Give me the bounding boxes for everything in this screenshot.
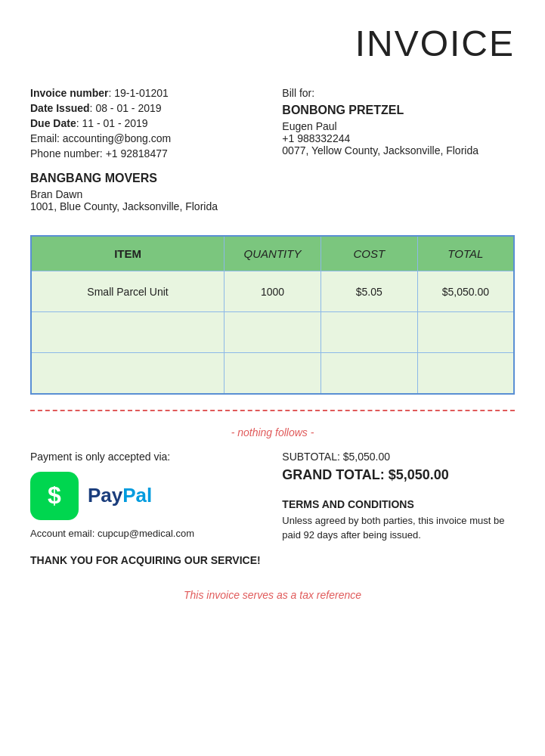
row3-quantity — [225, 353, 321, 394]
subtotal-line: SUBTOTAL: $5,050.00 — [282, 451, 515, 463]
buyer-phone: +1 988332244 — [282, 132, 515, 144]
row2-quantity — [225, 312, 321, 353]
grand-total-value: $5,050.00 — [389, 467, 449, 482]
invoice-number-value: 19-1-01201 — [114, 87, 169, 99]
header-section: Invoice number: 19-1-01201 Date Issued: … — [30, 87, 515, 212]
account-email-label: Account email: — [30, 528, 94, 539]
date-issued-value: 08 - 01 - 2019 — [95, 102, 161, 114]
subtotal-value: $5,050.00 — [343, 451, 390, 463]
payment-section: Payment is only accepted via: $ PayPal A… — [30, 451, 263, 566]
grand-total-label: GRAND TOTAL: — [282, 467, 384, 482]
row1-quantity: 1000 — [225, 271, 321, 312]
paypal-pal-text: Pal — [122, 484, 152, 507]
col-cost-header: COST — [320, 236, 417, 271]
totals-section: SUBTOTAL: $5,050.00 GRAND TOTAL: $5,050.… — [282, 451, 515, 543]
due-date-value: 11 - 01 - 2019 — [82, 117, 147, 129]
invoice-number-label: Invoice number — [30, 87, 108, 99]
email-value: accounting@bong.com — [63, 132, 171, 144]
seller-address: 1001, Blue County, Jacksonville, Florida — [30, 200, 263, 212]
row2-cost — [320, 312, 417, 353]
account-email-line: Account email: cupcup@medical.com — [30, 528, 263, 539]
table-row: Small Parcel Unit 1000 $5.05 $5,050.00 — [31, 271, 514, 312]
thank-you-message: THANK YOU FOR ACQUIRING OUR SERVICE! — [30, 554, 263, 566]
invoice-number-line: Invoice number: 19-1-01201 — [30, 87, 263, 99]
account-email-value: cupcup@medical.com — [98, 528, 194, 539]
cashapp-icon: $ — [30, 472, 79, 520]
row3-item — [31, 353, 225, 394]
invoice-title: INVOICE — [30, 23, 515, 64]
date-issued-label: Date Issued — [30, 102, 90, 114]
invoice-table: ITEM QUANTITY COST TOTAL Small Parcel Un… — [30, 235, 515, 395]
col-quantity-header: QUANTITY — [225, 236, 321, 271]
seller-contact-name: Bran Dawn — [30, 188, 263, 200]
due-date-line: Due Date: 11 - 01 - 2019 — [30, 117, 263, 129]
row2-total — [417, 312, 514, 353]
table-row — [31, 312, 514, 353]
terms-title: TERMS AND CONDITIONS — [282, 498, 515, 510]
dashed-separator — [30, 410, 515, 411]
buyer-address: 0077, Yellow County, Jacksonville, Flori… — [282, 144, 515, 156]
row1-cost: $5.05 — [320, 271, 417, 312]
row3-total — [417, 353, 514, 394]
paypal-pay-text: Pay — [88, 484, 122, 507]
date-issued-line: Date Issued: 08 - 01 - 2019 — [30, 102, 263, 114]
col-total-header: TOTAL — [417, 236, 514, 271]
paypal-logo: PayPal — [88, 484, 152, 507]
payment-title: Payment is only accepted via: — [30, 451, 263, 463]
header-left: Invoice number: 19-1-01201 Date Issued: … — [30, 87, 263, 212]
tax-reference: This invoice serves as a tax reference — [30, 589, 515, 601]
table-header-row: ITEM QUANTITY COST TOTAL — [31, 236, 514, 271]
grand-total-line: GRAND TOTAL: $5,050.00 — [282, 467, 515, 483]
payment-icons: $ PayPal — [30, 472, 263, 520]
row1-item: Small Parcel Unit — [31, 271, 225, 312]
header-right: Bill for: BONBONG PRETZEL Eugen Paul +1 … — [282, 87, 515, 212]
phone-label: Phone number: — [30, 147, 103, 160]
terms-text: Unless agreed by both parties, this invo… — [282, 513, 515, 543]
seller-company-name: BANGBANG MOVERS — [30, 172, 263, 185]
row3-cost — [320, 353, 417, 394]
row1-total: $5,050.00 — [417, 271, 514, 312]
buyer-contact-name: Eugen Paul — [282, 120, 515, 132]
phone-line: Phone number: +1 92818477 — [30, 147, 263, 160]
col-item-header: ITEM — [31, 236, 225, 271]
phone-value: +1 92818477 — [106, 147, 168, 160]
row2-item — [31, 312, 225, 353]
subtotal-label: SUBTOTAL: — [282, 451, 340, 463]
due-date-label: Due Date — [30, 117, 76, 129]
nothing-follows: - nothing follows - — [30, 426, 515, 438]
buyer-company-name: BONBONG PRETZEL — [282, 104, 515, 117]
table-row — [31, 353, 514, 394]
terms-section: TERMS AND CONDITIONS Unless agreed by bo… — [282, 498, 515, 543]
email-label: Email: — [30, 132, 60, 144]
email-line: Email: accounting@bong.com — [30, 132, 263, 144]
bottom-area: Payment is only accepted via: $ PayPal A… — [30, 451, 515, 566]
bill-for-label: Bill for: — [282, 87, 515, 99]
